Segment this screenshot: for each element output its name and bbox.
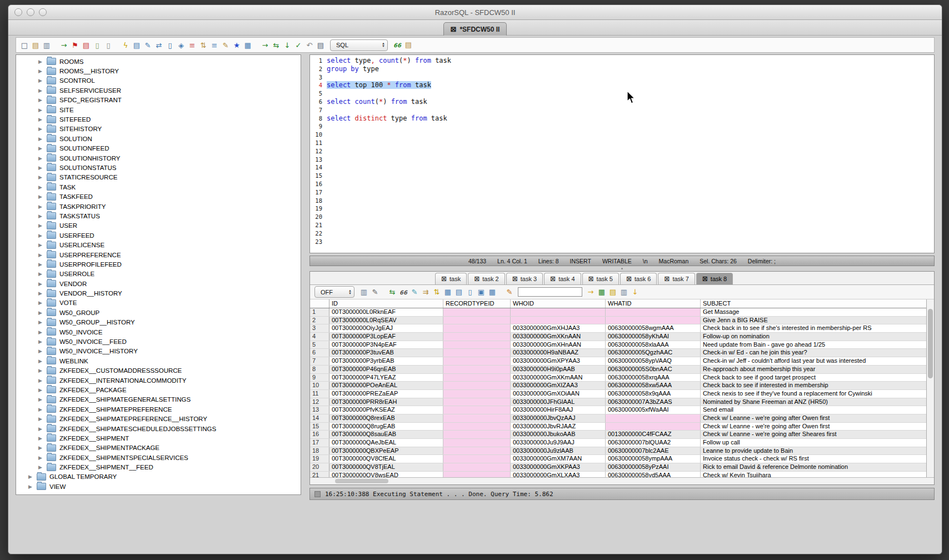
tree-item[interactable]: ▶USER: [16, 221, 301, 231]
cell-subject[interactable]: Follow-up on nomination: [701, 333, 926, 341]
cell-recordtypeid[interactable]: [443, 324, 511, 332]
close-tab-icon[interactable]: ⊠: [512, 275, 518, 283]
table-favorites-icon[interactable]: ▦: [242, 39, 253, 51]
cell-subject[interactable]: Nominated by Shane Freeman at ANZ (HR50): [701, 398, 926, 406]
vertical-scrollbar[interactable]: [926, 299, 934, 477]
column-header[interactable]: SUBJECT: [701, 299, 926, 308]
expand-triangle-icon[interactable]: ▶: [38, 194, 46, 199]
cell-subject[interactable]: Check-in w/ Ed - can he join this year?: [701, 349, 926, 357]
table-row[interactable]: 800T3000000P46qnEAB0033000000H9i0pAAB006…: [310, 366, 926, 374]
tree-item[interactable]: ▶VENDOR__HISTORY: [16, 288, 301, 298]
expand-triangle-icon[interactable]: ▶: [38, 281, 46, 287]
column-header[interactable]: WHOID: [511, 299, 606, 308]
expand-triangle-icon[interactable]: ▶: [38, 78, 46, 83]
cell-whoid[interactable]: 0033000000GmXHnAAN: [511, 341, 606, 349]
vertical-scrollbar-thumb[interactable]: [928, 309, 933, 378]
flag-icon[interactable]: ⚑: [69, 39, 81, 51]
search-go-icon[interactable]: →: [585, 287, 596, 298]
expand-triangle-icon[interactable]: ▶: [38, 165, 46, 171]
expand-triangle-icon[interactable]: ▶: [38, 436, 46, 441]
format-sql-icon[interactable]: ✎: [220, 39, 231, 51]
cell-whoid[interactable]: 0033000000GmXKnAAN: [511, 333, 606, 341]
tree-item[interactable]: ▶TASKFEED: [16, 192, 301, 201]
horizontal-scrollbar[interactable]: [310, 477, 934, 484]
expand-triangle-icon[interactable]: ▶: [38, 223, 46, 228]
sort-icon[interactable]: ⇅: [198, 39, 209, 51]
copy-cell-icon[interactable]: ▯: [464, 286, 476, 297]
table-row[interactable]: 300T3000000OiyJgEAJ0033000000GmXHJAA3006…: [310, 324, 926, 333]
view-results-icon[interactable]: 66: [398, 287, 409, 298]
cell-recordtypeid[interactable]: [443, 382, 511, 389]
table-row[interactable]: 1500T3000000Q8rugEAB0033000000JbvRJAAZCh…: [310, 423, 926, 431]
table-row[interactable]: 1300T3000000PfvKSEAZ0033000000HirF8AAJ00…: [310, 406, 926, 414]
tree-item[interactable]: ▶ROOMS: [16, 57, 301, 66]
table-row[interactable]: 1100T3000000PREZaEAP0033000000GmXOiAAN00…: [310, 390, 926, 398]
cell-subject[interactable]: Check w/ Leanne - we're going after Owen…: [701, 414, 926, 422]
table-row[interactable]: 700T3000000P3yrbEAB0033000000GmXPYAA3006…: [310, 357, 926, 366]
cell-whatid[interactable]: 006300000058ypVAAQ: [606, 357, 701, 365]
cell-id[interactable]: 00T3000000P3LopEAF: [329, 333, 443, 341]
tree-item[interactable]: ▶SITEFEED: [16, 114, 301, 124]
cell-whatid[interactable]: [606, 414, 701, 422]
tree-item[interactable]: ▶ZKFEDEX__SHIPMATEPREFERENCE__HISTORY: [16, 414, 301, 423]
cell-whatid[interactable]: 00630000007blQUAA2: [606, 439, 701, 447]
close-tab-icon[interactable]: ⊠: [451, 25, 457, 33]
expand-triangle-icon[interactable]: ▶: [38, 59, 46, 64]
cell-whatid[interactable]: 00630000005S0bnAAC: [606, 366, 701, 373]
save-results-icon[interactable]: ▥: [358, 286, 369, 297]
cell-whoid[interactable]: 0033000000JbukoAAB: [511, 431, 606, 438]
favorites-star-icon[interactable]: ★: [231, 39, 242, 51]
cell-whoid[interactable]: 0033000000GmXHJAA3: [511, 324, 606, 332]
expand-triangle-icon[interactable]: ▶: [38, 416, 46, 422]
tree-item[interactable]: ▶W50_GROUP__HISTORY: [16, 318, 301, 327]
import-data-icon[interactable]: →: [58, 39, 69, 51]
horizontal-splitter[interactable]: [309, 266, 935, 271]
code-line[interactable]: [327, 122, 934, 131]
tree-item[interactable]: ▶ROOMS__HISTORY: [16, 66, 301, 76]
cell-id[interactable]: 00T3000000P3N4pEAF: [329, 341, 443, 349]
cell-whoid[interactable]: 0033000000HirF8AAJ: [511, 406, 606, 414]
tree-item[interactable]: ▶VIEW: [16, 482, 301, 491]
cell-whoid[interactable]: 0033000000H9aNBAAZ: [511, 349, 606, 357]
results-tab[interactable]: ⊠task 2: [468, 273, 505, 284]
rollback-icon[interactable]: ↶: [304, 39, 315, 51]
tree-item[interactable]: ▶ZKFEDEX__SHIPMATEGENERALSETTINGS: [16, 395, 301, 404]
cell-recordtypeid[interactable]: [443, 390, 511, 398]
edit-table-icon[interactable]: ✎: [142, 39, 153, 51]
tree-item[interactable]: ▶SOLUTION: [16, 134, 301, 143]
cell-recordtypeid[interactable]: [443, 366, 511, 373]
database-icon[interactable]: ▯: [103, 39, 114, 51]
tree-item[interactable]: ▶SFDC_REGISTRANT: [16, 96, 301, 105]
code-line[interactable]: [327, 197, 934, 205]
tree-item[interactable]: ▶W50_INVOICE__HISTORY: [16, 347, 301, 356]
download-results-icon[interactable]: ↓: [630, 287, 641, 298]
tree-item[interactable]: ▶SITE: [16, 105, 301, 114]
cell-recordtypeid[interactable]: [443, 341, 511, 349]
close-tab-icon[interactable]: ⊠: [588, 275, 594, 283]
cell-whatid[interactable]: 00630000007blc2AAE: [606, 447, 701, 455]
cell-recordtypeid[interactable]: [443, 414, 511, 422]
cell-whoid[interactable]: [511, 317, 606, 324]
cell-whatid[interactable]: 00630000005xfWaAAI: [606, 406, 701, 414]
cell-recordtypeid[interactable]: [443, 439, 511, 447]
commit-check-icon[interactable]: ✓: [293, 39, 304, 51]
results-tab[interactable]: ⊠task 7: [658, 273, 695, 284]
tree-item[interactable]: ▶ZKFEDEX__SHIPMENTSPECIALSERVICES: [16, 453, 301, 462]
expand-triangle-icon[interactable]: ▶: [38, 464, 46, 470]
close-tab-icon[interactable]: ⊠: [550, 275, 556, 283]
connection-view-icon[interactable]: 66: [392, 40, 403, 51]
cell-subject[interactable]: Need update from Bain - gave go ahead 1/…: [701, 341, 926, 349]
table-row[interactable]: 1200T3000000PRR8rEAH0033000000JFhGlAAL00…: [310, 398, 926, 407]
cell-recordtypeid[interactable]: [443, 398, 511, 406]
describe-table-icon[interactable]: ▤: [131, 39, 142, 51]
cell-whatid[interactable]: 006300000058yd5AAA: [606, 472, 701, 477]
code-line[interactable]: [327, 89, 934, 98]
expand-triangle-icon[interactable]: ▶: [38, 97, 46, 103]
cell-subject[interactable]: Check back to see if interested in membe…: [701, 382, 926, 389]
table-row[interactable]: 2100T3000000QV8wsEAD0033000000GmXLXAA300…: [310, 472, 926, 477]
align-icon[interactable]: ≡: [209, 39, 220, 51]
code-line[interactable]: select distinct type from task: [327, 114, 934, 123]
cell-whoid[interactable]: 0033000000GmXKPAA3: [511, 463, 606, 471]
expand-triangle-icon[interactable]: ▶: [38, 68, 46, 74]
cell-whoid[interactable]: 0033000000Ju9zlAAB: [511, 447, 606, 455]
